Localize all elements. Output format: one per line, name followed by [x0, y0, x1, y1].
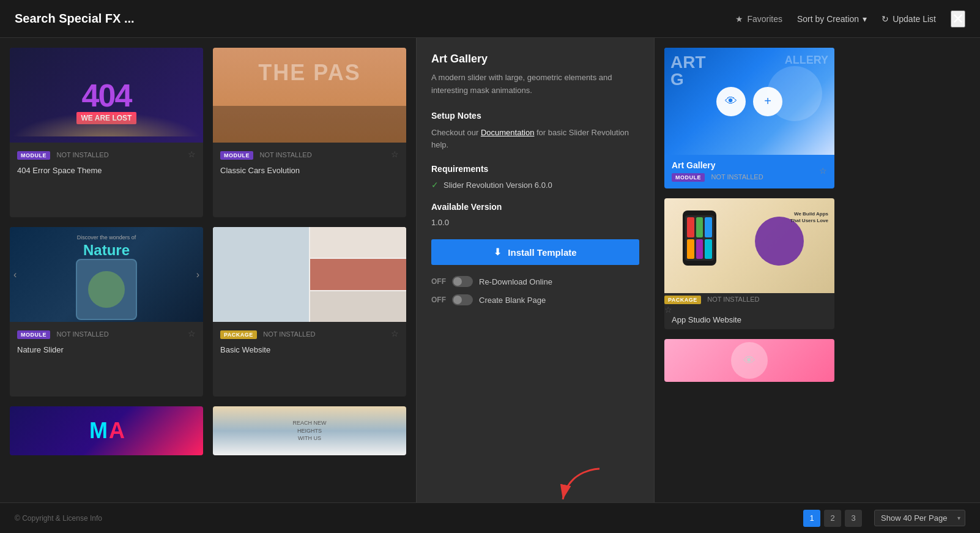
create-blank-label: Create Blank Page	[479, 296, 546, 305]
template-grid: 404 WE ARE LOST MODULE NOT INSTALLED ☆ 4…	[0, 38, 416, 502]
not-installed-badge: NOT INSTALLED	[263, 330, 315, 338]
not-installed-badge: NOT INSTALLED	[711, 173, 763, 181]
star-icon: ★	[735, 14, 743, 24]
favorite-star-icon[interactable]: ☆	[819, 166, 827, 176]
card-classic-cars[interactable]: THE PAS MODULE NOT INSTALLED ☆ Classic C…	[213, 48, 406, 217]
card-info: MODULE NOT INSTALLED ☆	[10, 322, 203, 345]
card-meta: MODULE NOT INSTALLED	[17, 149, 109, 160]
card-title: Basic Website	[213, 345, 406, 359]
card-partial-bottom[interactable]: 👁	[664, 339, 834, 382]
documentation-link[interactable]: Documentation	[481, 128, 534, 137]
prev-arrow-icon[interactable]: ‹	[13, 269, 17, 280]
available-version-title: Available Version	[431, 202, 639, 212]
card-thumbnail: REACH NEWHEIGHTSWITH US	[213, 406, 406, 455]
mma-text: M	[89, 418, 106, 444]
favorites-button[interactable]: ★ Favorites	[735, 14, 782, 24]
favorite-star-icon[interactable]: ☆	[664, 305, 672, 315]
not-installed-badge: NOT INSTALLED	[56, 330, 108, 338]
nature-image	[76, 259, 137, 320]
card-title: App Studio Website	[664, 315, 834, 329]
page-1-button[interactable]: 1	[803, 510, 820, 527]
page-2-button[interactable]: 2	[824, 510, 841, 527]
partial-thumbnail: 👁	[664, 339, 834, 382]
card-thumbnail: M A	[10, 406, 203, 455]
favorites-label: Favorites	[747, 14, 782, 24]
create-blank-off-label: OFF	[431, 296, 446, 304]
card-mma[interactable]: M A	[10, 406, 203, 455]
package-badge: PACKAGE	[664, 296, 701, 304]
page-3-button[interactable]: 3	[845, 510, 862, 527]
right-template-grid: ARTG ALLERY 👁 + Art Gallery MODULE	[655, 38, 844, 502]
redownload-label: Re-Download Online	[479, 277, 552, 286]
card-meta: PACKAGE NOT INSTALLED	[664, 293, 834, 304]
art-gallery-bg-text: ARTG	[670, 54, 706, 88]
preview-button[interactable]: 👁	[716, 87, 746, 116]
available-version-section: Available Version 1.0.0	[431, 202, 639, 227]
mountain-text: REACH NEWHEIGHTSWITH US	[292, 419, 326, 442]
nature-title: Nature	[76, 242, 137, 259]
header: Search Special FX ... ★ Favorites Sort b…	[0, 0, 980, 38]
install-template-button[interactable]: ⬇ Install Template	[431, 239, 639, 265]
card-basic-website[interactable]: PACKAGE NOT INSTALLED ☆ Basic Website	[213, 227, 406, 397]
detail-panel: Art Gallery A modern slider with large, …	[416, 38, 655, 502]
planet-decoration	[10, 112, 203, 136]
favorite-star-icon[interactable]: ☆	[391, 149, 399, 159]
copyright-link[interactable]: © Copyright & License Info	[15, 514, 102, 523]
card-nature-slider[interactable]: ‹ Discover the wonders of Nature › MODUL…	[10, 227, 203, 397]
card-thumbnail: 404 WE ARE LOST	[10, 48, 203, 143]
create-blank-toggle-switch[interactable]	[452, 294, 473, 305]
per-page-wrapper: Show 40 Per Page Show 20 Per Page Show 8…	[867, 510, 965, 526]
art-gallery-bg-text2: ALLERY	[785, 54, 828, 67]
card-meta: MODULE NOT INSTALLED	[220, 149, 312, 160]
phone-icon	[683, 211, 716, 266]
detail-title: Art Gallery	[431, 53, 639, 65]
card-404-error[interactable]: 404 WE ARE LOST MODULE NOT INSTALLED ☆ 4…	[10, 48, 203, 217]
app-studio-thumbnail: We Build AppsThat Users Love	[664, 198, 834, 293]
update-list-button[interactable]: ↻ Update List	[882, 14, 936, 24]
sort-label: Sort by Creation	[797, 14, 859, 24]
card-thumbnail: ‹ Discover the wonders of Nature ›	[10, 227, 203, 322]
app-icon	[687, 217, 694, 237]
module-badge: MODULE	[17, 151, 50, 160]
package-badge: PACKAGE	[220, 330, 257, 339]
next-arrow-icon[interactable]: ›	[196, 269, 199, 280]
favorite-star-icon[interactable]: ☆	[391, 329, 399, 338]
close-button[interactable]: ✕	[951, 10, 965, 28]
install-section: ⬇ Install Template	[431, 239, 639, 265]
header-actions: ★ Favorites Sort by Creation ▾ ↻ Update …	[735, 10, 965, 28]
card-info: MODULE NOT INSTALLED ☆	[10, 143, 203, 166]
redownload-off-label: OFF	[431, 277, 446, 286]
card-art-gallery[interactable]: ARTG ALLERY 👁 + Art Gallery MODULE	[664, 48, 834, 188]
favorite-star-icon[interactable]: ☆	[188, 149, 196, 159]
add-button[interactable]: +	[753, 87, 782, 116]
requirements-title: Requirements	[431, 164, 639, 174]
per-page-select[interactable]: Show 40 Per Page Show 20 Per Page Show 8…	[874, 510, 965, 526]
requirements-section: Requirements ✓ Slider Revolution Version…	[431, 164, 639, 190]
download-icon: ⬇	[494, 247, 502, 258]
footer: © Copyright & License Info 1 2 3 Show 40…	[0, 502, 980, 533]
app-icon	[705, 239, 712, 259]
app-icon	[696, 217, 703, 237]
app-icon	[696, 239, 703, 259]
art-gallery-card-info: Art Gallery MODULE NOT INSTALLED ☆	[664, 155, 834, 187]
redownload-toggle-row: OFF Re-Download Online	[431, 276, 639, 287]
app-icon	[705, 217, 712, 237]
art-gallery-thumbnail: ARTG ALLERY 👁 +	[664, 48, 834, 155]
phone-screen	[685, 215, 714, 261]
setup-notes-title: Setup Notes	[431, 111, 639, 121]
favorite-star-icon[interactable]: ☆	[188, 329, 196, 338]
red-arrow-indicator	[551, 466, 606, 502]
not-installed-badge: NOT INSTALLED	[707, 296, 759, 303]
footer-right: 1 2 3 Show 40 Per Page Show 20 Per Page …	[803, 510, 965, 527]
card-title: Classic Cars Evolution	[213, 166, 406, 180]
requirement-item: ✓ Slider Revolution Version 6.0.0	[431, 180, 639, 190]
sort-button[interactable]: Sort by Creation ▾	[797, 14, 867, 24]
card-title: 404 Error Space Theme	[10, 166, 203, 180]
card-info: PACKAGE NOT INSTALLED ☆	[213, 322, 406, 345]
refresh-icon: ↻	[882, 14, 889, 24]
card-app-studio[interactable]: We Build AppsThat Users Love PACKAGE NOT…	[664, 198, 834, 329]
redownload-toggle-switch[interactable]	[452, 276, 473, 287]
setup-notes-section: Setup Notes Checkout our Documentation f…	[431, 111, 639, 152]
card-mountain[interactable]: REACH NEWHEIGHTSWITH US	[213, 406, 406, 455]
eye-icon: 👁	[725, 94, 737, 108]
